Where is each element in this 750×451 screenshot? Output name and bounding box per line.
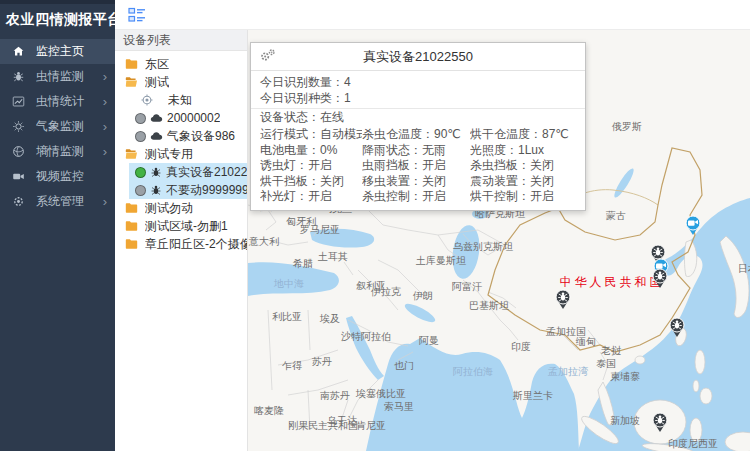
- topbar: [115, 0, 750, 30]
- popup-field: 烘干挡板：关闭: [260, 174, 362, 190]
- device-row[interactable]: 气象设备986: [115, 127, 247, 145]
- map-place-label: 巴基斯坦: [469, 300, 509, 311]
- status-dot: [135, 113, 146, 124]
- weather-icon: [11, 120, 25, 134]
- popup-field: 杀虫仓温度：90℃: [362, 127, 470, 143]
- device-info-popup: 真实设备21022550 今日识别数量：4今日识别种类：1 设备状态：在线 运行…: [250, 42, 586, 211]
- device-group-row[interactable]: 测试: [115, 73, 247, 91]
- status-dot: [135, 167, 146, 178]
- popup-field: 烘干仓温度：87℃: [470, 127, 585, 143]
- chevron-right-icon: ›: [103, 195, 107, 208]
- bug-icon: [11, 70, 25, 84]
- device-group-row[interactable]: 测试区域-勿删1: [115, 217, 247, 235]
- map-place-label: 柬埔寨: [610, 371, 640, 382]
- map-place-label: 孟加拉湾: [547, 366, 588, 377]
- map-place-label: 沙特阿拉伯: [341, 331, 391, 342]
- sidebar-item[interactable]: 墒情监测›: [0, 139, 115, 164]
- popup-field: 光照度：1Lux: [470, 143, 585, 159]
- map-place-label: 埃塞俄比亚: [355, 388, 406, 399]
- popup-field: 降雨状态：无雨: [362, 143, 470, 159]
- group-label: 测试: [145, 74, 169, 91]
- map-place-label: 土耳其: [317, 251, 348, 262]
- sidebar-item[interactable]: 虫情监测›: [0, 64, 115, 89]
- sidebar-item[interactable]: 系统管理›: [0, 189, 115, 214]
- app-title: 农业四情测报平台: [0, 4, 115, 39]
- sidebar-item[interactable]: 监控主页: [0, 39, 115, 64]
- group-label: 东区: [145, 56, 169, 73]
- sidebar-item-label: 气象监测: [36, 118, 103, 135]
- device-row[interactable]: 不要动99999999: [129, 181, 247, 199]
- map-place-label: 伊朗: [412, 290, 433, 301]
- device-tree: 东区测试未知20000002气象设备986测试专用真实设备21022550不要动…: [115, 51, 247, 253]
- map-place-label: 喀麦隆: [254, 405, 284, 416]
- device-label: 未知: [168, 92, 192, 109]
- home-icon: [11, 45, 25, 59]
- map-place-label: 希腊: [292, 258, 313, 269]
- sidebar-menu: 监控主页虫情监测›虫情统计›气象监测›墒情监测›视频监控系统管理›: [0, 39, 115, 214]
- popup-field: 杀虫挡板：关闭: [470, 158, 585, 174]
- sidebar-item[interactable]: 气象监测›: [0, 114, 115, 139]
- gears-icon[interactable]: [259, 48, 277, 64]
- map-place-label: 阿曼: [419, 335, 439, 346]
- sidebar-item[interactable]: 视频监控: [0, 164, 115, 189]
- popup-field: 诱虫灯：开启: [260, 158, 362, 174]
- insect-device-icon: [150, 166, 162, 178]
- map-place-label: 也门: [394, 360, 414, 371]
- sidebar-item-label: 墒情监测: [36, 143, 103, 160]
- chevron-right-icon: ›: [103, 120, 107, 133]
- device-group-row[interactable]: 测试勿动: [115, 199, 247, 217]
- sidebar-item-label: 系统管理: [36, 193, 103, 210]
- map-canvas[interactable]: 俄罗斯哈萨克斯坦蒙古乌克兰捷克匈牙利罗马尼亚意大利乌兹别克斯坦土耳其土库曼斯坦希…: [248, 30, 750, 451]
- popup-stats: 今日识别数量：4今日识别种类：1: [251, 71, 585, 109]
- popup-field: 烘干控制：开启: [470, 189, 585, 205]
- popup-stat: 今日识别种类：1: [251, 90, 585, 106]
- map-place-label: 印度尼西亚: [668, 438, 718, 449]
- weather-device-icon: [150, 113, 163, 123]
- sidebar-item-label: 虫情统计: [36, 93, 103, 110]
- popup-header: 真实设备21022550: [251, 43, 585, 71]
- map-place-label: 蒙古: [605, 210, 626, 221]
- china-country-label: 中华人民共和国: [560, 275, 665, 289]
- map-place-label: 乌干达: [327, 415, 357, 426]
- map-place-label: 阿富汗: [452, 281, 482, 292]
- popup-field: 移虫装置：关闭: [362, 174, 470, 190]
- popup-field: 补光灯：开启: [260, 189, 362, 205]
- popup-field-grid: 运行模式：自动模式杀虫仓温度：90℃烘干仓温度：87℃电池电量：0%降雨状态：无…: [251, 125, 585, 210]
- map-place-label: 印度: [511, 341, 531, 352]
- map-place-label: 阿拉伯海: [453, 366, 493, 377]
- folder-closed-icon: [125, 58, 138, 70]
- video-icon: [11, 170, 25, 184]
- group-label: 测试勿动: [145, 200, 193, 217]
- device-group-row[interactable]: 东区: [115, 55, 247, 73]
- map-place-label: 南苏丹: [320, 390, 350, 401]
- popup-field: 运行模式：自动模式: [260, 127, 362, 143]
- soil-icon: [11, 145, 25, 159]
- popup-field: 电池电量：0%: [260, 143, 362, 159]
- map-place-label: 罗马尼亚: [300, 224, 340, 235]
- device-row[interactable]: 20000002: [115, 109, 247, 127]
- sidebar-item[interactable]: 虫情统计›: [0, 89, 115, 114]
- gear-icon: [11, 195, 25, 209]
- chevron-right-icon: ›: [103, 145, 107, 158]
- map-place-label: 乍得: [282, 360, 302, 371]
- device-group-row[interactable]: 章丘阳丘区-2个摄像头: [115, 235, 247, 253]
- popup-field: 虫雨挡板：开启: [362, 158, 470, 174]
- chevron-right-icon: ›: [103, 95, 107, 108]
- map-place-label: 肯尼亚: [356, 420, 386, 431]
- device-label: 不要动99999999: [166, 182, 247, 199]
- folder-closed-icon: [125, 238, 138, 250]
- map-place-label: 老挝: [601, 345, 621, 356]
- device-label: 20000002: [167, 111, 220, 125]
- map-place-label: 新加坡: [610, 415, 640, 426]
- device-row[interactable]: 未知: [115, 91, 247, 109]
- insect-device-icon: [150, 184, 162, 196]
- target-icon: [141, 94, 153, 106]
- device-label: 气象设备986: [167, 128, 235, 145]
- device-row[interactable]: 真实设备21022550: [129, 163, 247, 181]
- device-panel: 设备列表 东区测试未知20000002气象设备986测试专用真实设备210225…: [115, 30, 248, 451]
- layout-list-icon[interactable]: [128, 7, 146, 23]
- popup-stat: 今日识别数量：4: [251, 74, 585, 90]
- map-place-label: 苏丹: [311, 356, 332, 367]
- map-place-label: 索马里: [384, 401, 414, 412]
- device-group-row[interactable]: 测试专用: [115, 145, 247, 163]
